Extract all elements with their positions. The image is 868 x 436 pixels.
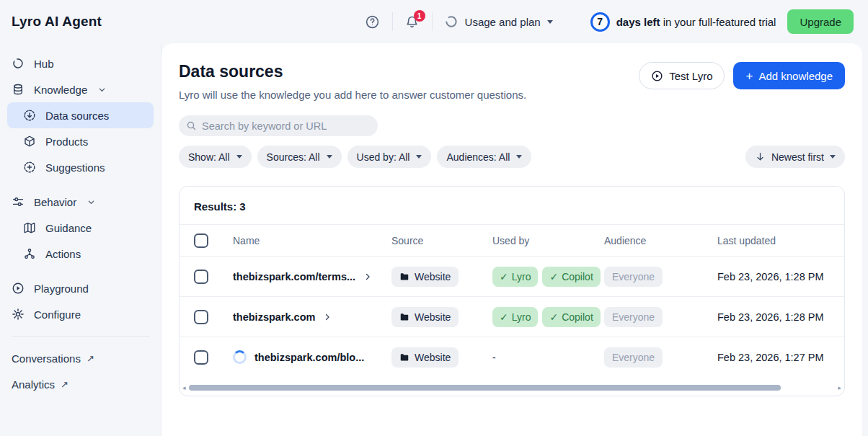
sort-label: Newest first bbox=[771, 151, 824, 163]
topbar-right: 1 Usage and plan 7 days left in your ful… bbox=[360, 9, 854, 34]
source-label: Website bbox=[415, 352, 451, 363]
filter-show-label: Show: All bbox=[188, 151, 230, 163]
usage-and-plan-label: Usage and plan bbox=[465, 16, 541, 28]
external-link-icon: ↗ bbox=[87, 353, 94, 364]
chevron-right-icon[interactable] bbox=[363, 272, 372, 281]
trial-text: in your full-featured trial bbox=[663, 16, 776, 28]
column-header-last-updated: Last updated bbox=[717, 235, 844, 246]
horizontal-scrollbar-thumb[interactable] bbox=[189, 385, 781, 391]
help-icon bbox=[365, 14, 380, 30]
used-by-lyro-badge: ✓Lyro bbox=[492, 307, 538, 327]
sidebar-item-label: Hub bbox=[34, 58, 54, 70]
sidebar-item-configure[interactable]: Configure bbox=[7, 301, 154, 327]
play-circle-icon bbox=[651, 70, 663, 82]
source-label: Website bbox=[415, 271, 451, 282]
sidebar-link-analytics[interactable]: Analytics ↗ bbox=[7, 371, 154, 397]
used-by-copilot-badge: ✓Copilot bbox=[542, 307, 600, 327]
column-header-audience: Audience bbox=[604, 235, 717, 246]
source-badge: Website bbox=[391, 347, 459, 368]
sidebar-link-conversations[interactable]: Conversations ↗ bbox=[7, 345, 154, 371]
row-checkbox[interactable] bbox=[194, 270, 208, 284]
sidebar-item-behavior[interactable]: Behavior bbox=[7, 189, 154, 215]
search-input[interactable] bbox=[179, 115, 378, 136]
sort-arrow-down-icon bbox=[755, 151, 766, 162]
usage-ring-icon bbox=[444, 14, 459, 29]
sidebar-item-label: Configure bbox=[34, 308, 81, 321]
topbar-divider bbox=[392, 12, 393, 31]
sidebar-item-suggestions[interactable]: Suggestions bbox=[7, 154, 154, 180]
row-name: thebizspark.com bbox=[233, 311, 315, 323]
sidebar-item-hub[interactable]: Hub bbox=[7, 50, 154, 76]
filter-audiences-label: Audiences: All bbox=[446, 151, 510, 163]
loading-spinner-icon bbox=[233, 350, 247, 364]
chevron-down-icon bbox=[516, 155, 522, 159]
chevron-down-icon bbox=[830, 155, 836, 159]
audience-badge: Everyone bbox=[604, 267, 663, 287]
plus-icon: + bbox=[745, 70, 753, 82]
row-name: thebizspark.com/terms... bbox=[233, 271, 355, 282]
sidebar-item-products[interactable]: Products bbox=[7, 128, 154, 154]
topbar: Lyro AI Agent 1 bbox=[0, 0, 868, 43]
horizontal-scrollbar: ◂ ▸ bbox=[182, 384, 842, 391]
behavior-sliders-icon bbox=[12, 195, 25, 208]
filter-sources[interactable]: Sources: All bbox=[257, 146, 342, 168]
last-updated: Feb 23, 2026, 1:28 PM bbox=[717, 271, 844, 282]
source-badge: Website bbox=[391, 267, 459, 287]
test-lyro-button[interactable]: Test Lyro bbox=[639, 62, 725, 89]
sidebar-item-actions[interactable]: Actions bbox=[7, 241, 154, 267]
folder-icon bbox=[399, 312, 409, 322]
sidebar-item-guidance[interactable]: Guidance bbox=[7, 215, 154, 241]
trial-days-left-label: days left bbox=[616, 16, 660, 28]
row-checkbox[interactable] bbox=[194, 310, 208, 324]
sidebar-item-label: Behavior bbox=[34, 196, 76, 208]
data-sources-icon bbox=[23, 109, 36, 122]
page-subtitle: Lyro will use the knowledge you add here… bbox=[179, 89, 526, 101]
filter-show[interactable]: Show: All bbox=[179, 146, 252, 168]
used-by-empty: - bbox=[492, 352, 604, 363]
source-badge: Website bbox=[391, 307, 459, 327]
configure-gear-icon bbox=[12, 308, 25, 321]
usage-and-plan-menu[interactable]: Usage and plan bbox=[444, 14, 553, 29]
data-sources-table: Results: 3 Name Source Used by Audience … bbox=[179, 186, 845, 396]
filter-used-by[interactable]: Used by: All bbox=[347, 146, 432, 168]
audience-badge: Everyone bbox=[604, 307, 663, 327]
check-icon: ✓ bbox=[549, 271, 558, 282]
sort-dropdown[interactable]: Newest first bbox=[745, 146, 845, 168]
playground-play-icon bbox=[12, 282, 25, 295]
sidebar-item-data-sources[interactable]: Data sources bbox=[7, 102, 154, 128]
upgrade-button[interactable]: Upgrade bbox=[787, 9, 854, 34]
scroll-right-arrow[interactable]: ▸ bbox=[837, 385, 842, 391]
chevron-down-icon bbox=[327, 155, 332, 159]
sidebar-item-knowledge[interactable]: Knowledge bbox=[7, 76, 154, 102]
chevron-down-icon bbox=[87, 198, 95, 206]
app-title: Lyro AI Agent bbox=[12, 14, 102, 30]
notification-badge: 1 bbox=[414, 10, 425, 22]
column-header-source: Source bbox=[391, 235, 492, 246]
filter-sources-label: Sources: All bbox=[267, 151, 320, 163]
sidebar-divider bbox=[12, 336, 149, 337]
filter-audiences[interactable]: Audiences: All bbox=[437, 146, 531, 168]
sidebar-item-playground[interactable]: Playground bbox=[7, 275, 154, 301]
results-count: Results: 3 bbox=[180, 187, 844, 224]
table-row[interactable]: thebizspark.com/blo... Website - Everyon… bbox=[180, 337, 844, 377]
column-header-used-by: Used by bbox=[492, 235, 604, 246]
horizontal-scrollbar-track[interactable] bbox=[187, 385, 838, 391]
add-knowledge-button[interactable]: + Add knowledge bbox=[733, 62, 845, 89]
row-checkbox[interactable] bbox=[194, 350, 208, 365]
source-label: Website bbox=[415, 311, 451, 323]
folder-icon bbox=[399, 352, 409, 362]
last-updated: Feb 23, 2026, 1:28 PM bbox=[717, 311, 844, 323]
select-all-checkbox[interactable] bbox=[194, 233, 208, 248]
search-icon bbox=[186, 120, 197, 131]
check-icon: ✓ bbox=[500, 311, 508, 323]
chevron-right-icon[interactable] bbox=[323, 313, 332, 321]
check-icon: ✓ bbox=[549, 311, 558, 323]
help-button[interactable] bbox=[360, 9, 385, 34]
chevron-down-icon bbox=[98, 86, 106, 94]
table-row[interactable]: thebizspark.com/terms... Website ✓Lyro bbox=[180, 256, 844, 296]
topbar-divider bbox=[432, 12, 433, 31]
notifications-button[interactable]: 1 bbox=[400, 9, 425, 34]
table-row[interactable]: thebizspark.com Website ✓Lyro ✓Copilot bbox=[180, 296, 844, 337]
check-icon: ✓ bbox=[500, 271, 508, 282]
table-header-row: Name Source Used by Audience Last update… bbox=[180, 224, 844, 256]
